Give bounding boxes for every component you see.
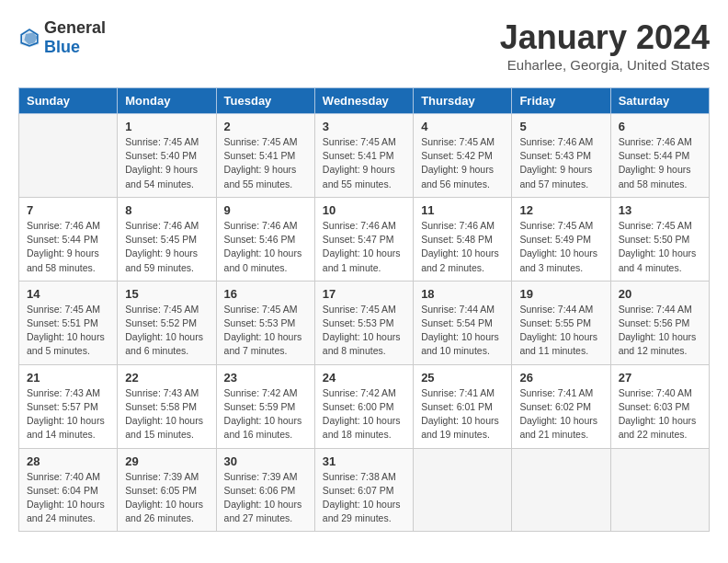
calendar-cell: 22Sunrise: 7:43 AM Sunset: 5:58 PM Dayli… bbox=[118, 364, 216, 448]
day-number: 29 bbox=[125, 454, 208, 468]
day-info: Sunrise: 7:46 AM Sunset: 5:47 PM Dayligh… bbox=[323, 219, 405, 275]
calendar-cell: 28Sunrise: 7:40 AM Sunset: 6:04 PM Dayli… bbox=[19, 448, 118, 532]
calendar-cell: 23Sunrise: 7:42 AM Sunset: 5:59 PM Dayli… bbox=[216, 364, 314, 448]
calendar-cell: 25Sunrise: 7:41 AM Sunset: 6:01 PM Dayli… bbox=[414, 364, 512, 448]
calendar-cell: 20Sunrise: 7:44 AM Sunset: 5:56 PM Dayli… bbox=[610, 281, 709, 364]
day-info: Sunrise: 7:45 AM Sunset: 5:41 PM Dayligh… bbox=[323, 135, 405, 191]
day-number: 7 bbox=[27, 203, 109, 217]
calendar-cell: 6Sunrise: 7:46 AM Sunset: 5:44 PM Daylig… bbox=[610, 114, 709, 198]
day-number: 9 bbox=[224, 203, 307, 217]
calendar-day-header: Friday bbox=[512, 88, 610, 114]
day-number: 27 bbox=[619, 371, 701, 385]
day-info: Sunrise: 7:43 AM Sunset: 5:58 PM Dayligh… bbox=[125, 386, 208, 442]
calendar-cell bbox=[414, 448, 512, 532]
day-number: 11 bbox=[421, 203, 504, 217]
day-number: 30 bbox=[224, 454, 307, 468]
day-info: Sunrise: 7:39 AM Sunset: 6:05 PM Dayligh… bbox=[125, 470, 208, 526]
calendar-week-row: 21Sunrise: 7:43 AM Sunset: 5:57 PM Dayli… bbox=[19, 364, 710, 448]
calendar-cell: 19Sunrise: 7:44 AM Sunset: 5:55 PM Dayli… bbox=[512, 281, 610, 364]
day-info: Sunrise: 7:40 AM Sunset: 6:03 PM Dayligh… bbox=[619, 386, 701, 442]
calendar-week-row: 14Sunrise: 7:45 AM Sunset: 5:51 PM Dayli… bbox=[19, 281, 710, 364]
day-number: 2 bbox=[224, 120, 307, 133]
day-number: 15 bbox=[125, 287, 208, 301]
day-info: Sunrise: 7:45 AM Sunset: 5:41 PM Dayligh… bbox=[224, 135, 307, 191]
calendar-cell: 24Sunrise: 7:42 AM Sunset: 6:00 PM Dayli… bbox=[314, 364, 413, 448]
calendar-cell: 29Sunrise: 7:39 AM Sunset: 6:05 PM Dayli… bbox=[118, 448, 216, 532]
day-number: 23 bbox=[224, 371, 307, 385]
calendar-cell: 3Sunrise: 7:45 AM Sunset: 5:41 PM Daylig… bbox=[314, 114, 413, 198]
day-info: Sunrise: 7:46 AM Sunset: 5:48 PM Dayligh… bbox=[421, 219, 504, 275]
day-number: 17 bbox=[323, 287, 405, 301]
title-block: January 2024 Euharlee, Georgia, United S… bbox=[500, 18, 710, 73]
logo-icon bbox=[18, 27, 40, 49]
day-number: 28 bbox=[27, 454, 109, 468]
day-number: 4 bbox=[421, 120, 504, 133]
calendar-cell: 15Sunrise: 7:45 AM Sunset: 5:52 PM Dayli… bbox=[118, 281, 216, 364]
day-number: 5 bbox=[519, 120, 602, 133]
calendar-cell: 2Sunrise: 7:45 AM Sunset: 5:41 PM Daylig… bbox=[216, 114, 314, 198]
day-number: 12 bbox=[519, 203, 602, 217]
day-info: Sunrise: 7:39 AM Sunset: 6:06 PM Dayligh… bbox=[224, 470, 307, 526]
day-info: Sunrise: 7:45 AM Sunset: 5:52 PM Dayligh… bbox=[125, 303, 208, 359]
day-number: 24 bbox=[323, 371, 405, 385]
day-info: Sunrise: 7:46 AM Sunset: 5:46 PM Dayligh… bbox=[224, 219, 307, 275]
day-info: Sunrise: 7:45 AM Sunset: 5:40 PM Dayligh… bbox=[125, 135, 208, 191]
day-info: Sunrise: 7:45 AM Sunset: 5:51 PM Dayligh… bbox=[27, 303, 109, 359]
day-number: 18 bbox=[421, 287, 504, 301]
day-info: Sunrise: 7:45 AM Sunset: 5:49 PM Dayligh… bbox=[519, 219, 602, 275]
day-number: 6 bbox=[619, 120, 701, 133]
calendar-day-header: Monday bbox=[118, 88, 216, 114]
day-number: 10 bbox=[323, 203, 405, 217]
day-number: 13 bbox=[619, 203, 701, 217]
calendar-cell: 18Sunrise: 7:44 AM Sunset: 5:54 PM Dayli… bbox=[414, 281, 512, 364]
day-info: Sunrise: 7:41 AM Sunset: 6:02 PM Dayligh… bbox=[519, 386, 602, 442]
subtitle: Euharlee, Georgia, United States bbox=[500, 57, 710, 73]
page-header: General Blue January 2024 Euharlee, Geor… bbox=[18, 18, 710, 73]
day-number: 14 bbox=[27, 287, 109, 301]
day-info: Sunrise: 7:46 AM Sunset: 5:44 PM Dayligh… bbox=[619, 135, 701, 191]
day-info: Sunrise: 7:46 AM Sunset: 5:43 PM Dayligh… bbox=[519, 135, 602, 191]
calendar-cell: 21Sunrise: 7:43 AM Sunset: 5:57 PM Dayli… bbox=[19, 364, 118, 448]
calendar-week-row: 7Sunrise: 7:46 AM Sunset: 5:44 PM Daylig… bbox=[19, 197, 710, 281]
calendar-cell: 8Sunrise: 7:46 AM Sunset: 5:45 PM Daylig… bbox=[118, 197, 216, 281]
day-info: Sunrise: 7:38 AM Sunset: 6:07 PM Dayligh… bbox=[323, 470, 405, 526]
calendar-cell: 10Sunrise: 7:46 AM Sunset: 5:47 PM Dayli… bbox=[314, 197, 413, 281]
day-number: 31 bbox=[323, 454, 405, 468]
calendar-day-header: Sunday bbox=[19, 88, 118, 114]
day-info: Sunrise: 7:42 AM Sunset: 6:00 PM Dayligh… bbox=[323, 386, 405, 442]
calendar-week-row: 1Sunrise: 7:45 AM Sunset: 5:40 PM Daylig… bbox=[19, 114, 710, 198]
day-info: Sunrise: 7:43 AM Sunset: 5:57 PM Dayligh… bbox=[27, 386, 109, 442]
calendar-cell bbox=[512, 448, 610, 532]
logo: General Blue bbox=[18, 18, 106, 57]
day-number: 19 bbox=[519, 287, 602, 301]
calendar-cell: 5Sunrise: 7:46 AM Sunset: 5:43 PM Daylig… bbox=[512, 114, 610, 198]
calendar-cell: 17Sunrise: 7:45 AM Sunset: 5:53 PM Dayli… bbox=[314, 281, 413, 364]
calendar-cell: 14Sunrise: 7:45 AM Sunset: 5:51 PM Dayli… bbox=[19, 281, 118, 364]
day-number: 8 bbox=[125, 203, 208, 217]
day-info: Sunrise: 7:46 AM Sunset: 5:45 PM Dayligh… bbox=[125, 219, 208, 275]
logo-text: General Blue bbox=[44, 18, 106, 57]
day-number: 26 bbox=[519, 371, 602, 385]
logo-blue: Blue bbox=[44, 38, 80, 56]
calendar-cell: 1Sunrise: 7:45 AM Sunset: 5:40 PM Daylig… bbox=[118, 114, 216, 198]
day-number: 3 bbox=[323, 120, 405, 133]
day-number: 1 bbox=[125, 120, 208, 133]
calendar-day-header: Thursday bbox=[414, 88, 512, 114]
day-info: Sunrise: 7:46 AM Sunset: 5:44 PM Dayligh… bbox=[27, 219, 109, 275]
calendar-cell bbox=[19, 114, 118, 198]
day-number: 16 bbox=[224, 287, 307, 301]
logo-general: General bbox=[44, 18, 106, 37]
calendar-week-row: 28Sunrise: 7:40 AM Sunset: 6:04 PM Dayli… bbox=[19, 448, 710, 532]
day-info: Sunrise: 7:40 AM Sunset: 6:04 PM Dayligh… bbox=[27, 470, 109, 526]
calendar-cell: 13Sunrise: 7:45 AM Sunset: 5:50 PM Dayli… bbox=[610, 197, 709, 281]
day-number: 21 bbox=[27, 371, 109, 385]
calendar-cell: 27Sunrise: 7:40 AM Sunset: 6:03 PM Dayli… bbox=[610, 364, 709, 448]
calendar-header-row: SundayMondayTuesdayWednesdayThursdayFrid… bbox=[19, 88, 710, 114]
calendar-cell: 12Sunrise: 7:45 AM Sunset: 5:49 PM Dayli… bbox=[512, 197, 610, 281]
day-info: Sunrise: 7:42 AM Sunset: 5:59 PM Dayligh… bbox=[224, 386, 307, 442]
day-info: Sunrise: 7:45 AM Sunset: 5:42 PM Dayligh… bbox=[421, 135, 504, 191]
day-info: Sunrise: 7:45 AM Sunset: 5:53 PM Dayligh… bbox=[323, 303, 405, 359]
calendar-cell: 11Sunrise: 7:46 AM Sunset: 5:48 PM Dayli… bbox=[414, 197, 512, 281]
day-info: Sunrise: 7:44 AM Sunset: 5:56 PM Dayligh… bbox=[619, 303, 701, 359]
day-info: Sunrise: 7:45 AM Sunset: 5:53 PM Dayligh… bbox=[224, 303, 307, 359]
